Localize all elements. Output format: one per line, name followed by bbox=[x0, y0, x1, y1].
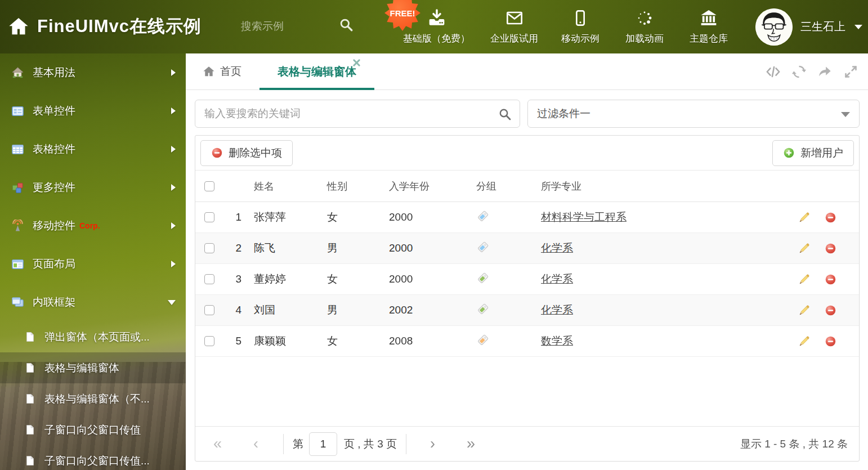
bank-icon bbox=[700, 9, 718, 27]
nav-mobile-demo[interactable]: 移动示例 bbox=[558, 9, 602, 45]
major-link[interactable]: 材料科学与工程系 bbox=[541, 211, 627, 223]
last-page-button[interactable]: » bbox=[467, 436, 475, 451]
sidebar-item-basic-usage[interactable]: 基本用法 bbox=[0, 53, 186, 92]
nav-enterprise-trial[interactable]: 企业版试用 bbox=[490, 9, 538, 45]
pager-divider bbox=[406, 434, 406, 454]
home-icon bbox=[203, 65, 215, 78]
table-row[interactable]: 4 刘国 男 2002 化学系 bbox=[195, 295, 859, 326]
sidebar-subitem-popup-window[interactable]: 弹出窗体（本页面或... bbox=[0, 321, 186, 352]
app-header: FineUIMvc在线示例 FREE! bbox=[0, 0, 868, 53]
nav-loading-animation[interactable]: 加载动画 bbox=[623, 9, 666, 45]
user-menu[interactable]: 三生石上 bbox=[755, 0, 862, 53]
row-checkbox[interactable] bbox=[204, 274, 214, 284]
header-nav: 基础版（免费） 企业版试用 移动示例 bbox=[403, 0, 731, 53]
sidebar-item-form-controls[interactable]: 表单控件 bbox=[0, 92, 186, 130]
form-icon bbox=[11, 105, 24, 118]
row-checkbox[interactable] bbox=[204, 212, 214, 222]
chevron-right-icon bbox=[171, 146, 176, 153]
refresh-icon[interactable] bbox=[791, 64, 807, 79]
sidebar-item-more-controls[interactable]: 更多控件 bbox=[0, 168, 186, 207]
expand-icon[interactable] bbox=[843, 64, 858, 79]
cell-name: 张萍萍 bbox=[246, 210, 319, 225]
chevron-right-icon bbox=[171, 69, 176, 76]
page-number-input[interactable] bbox=[309, 432, 337, 456]
header-search-input[interactable] bbox=[241, 17, 325, 36]
sidebar-item-label: 更多控件 bbox=[33, 180, 75, 195]
delete-icon[interactable] bbox=[825, 212, 836, 223]
tab-home[interactable]: 首页 bbox=[203, 64, 241, 79]
next-page-button[interactable]: › bbox=[430, 436, 435, 451]
edit-icon[interactable] bbox=[798, 335, 810, 347]
sidebar-item-mobile-controls[interactable]: 移动控件 Corp. bbox=[0, 207, 186, 245]
row-number: 3 bbox=[223, 273, 246, 285]
user-avatar bbox=[755, 8, 793, 46]
major-link[interactable]: 数学系 bbox=[541, 335, 573, 347]
row-checkbox[interactable] bbox=[204, 336, 214, 346]
column-header-name[interactable]: 姓名 bbox=[246, 180, 319, 193]
column-header-gender[interactable]: 性别 bbox=[319, 180, 381, 193]
row-checkbox[interactable] bbox=[204, 243, 214, 253]
sidebar-subitem-label: 表格与编辑窗体（不... bbox=[44, 392, 150, 406]
nav-theme-store[interactable]: 主题仓库 bbox=[687, 9, 731, 45]
sidebar-subitem-child-to-parent[interactable]: 子窗口向父窗口传值 bbox=[0, 414, 186, 445]
nav-label: 移动示例 bbox=[561, 32, 599, 45]
select-all-checkbox[interactable] bbox=[204, 181, 214, 191]
sidebar-subitem-child-to-parent-2[interactable]: 子窗口向父窗口传值... bbox=[0, 445, 186, 470]
filter-dropdown[interactable]: 过滤条件一 bbox=[527, 100, 860, 128]
share-icon[interactable] bbox=[817, 64, 833, 79]
delete-icon[interactable] bbox=[825, 305, 836, 316]
table-row[interactable]: 3 董婷婷 女 2000 化学系 bbox=[195, 264, 859, 295]
sidebar-item-label: 表单控件 bbox=[33, 104, 75, 118]
first-page-button[interactable]: « bbox=[213, 436, 222, 451]
table-row[interactable]: 5 康颖颖 女 2008 数学系 bbox=[195, 326, 859, 357]
prev-page-button[interactable]: ‹ bbox=[253, 436, 258, 451]
table-row[interactable]: 2 陈飞 男 2000 化学系 bbox=[195, 233, 859, 264]
column-header-year[interactable]: 入学年份 bbox=[381, 180, 468, 193]
sidebar-item-label: 表格控件 bbox=[33, 142, 75, 156]
home-icon[interactable] bbox=[8, 16, 29, 37]
search-icon[interactable] bbox=[498, 108, 512, 121]
sidebar-subitem-label: 表格与编辑窗体 bbox=[44, 361, 119, 375]
delete-icon[interactable] bbox=[825, 243, 836, 254]
tab-grid-edit-window[interactable]: 表格与编辑窗体 bbox=[259, 53, 374, 90]
sidebar-subitem-grid-edit-window-2[interactable]: 表格与编辑窗体（不... bbox=[0, 383, 186, 414]
sidebar-subitem-label: 子窗口向父窗口传值 bbox=[44, 423, 141, 437]
edit-icon[interactable] bbox=[798, 274, 810, 285]
nav-label: 加载动画 bbox=[625, 32, 664, 45]
table-row[interactable]: 1 张萍萍 女 2000 材料科学与工程系 bbox=[195, 202, 859, 233]
delete-icon[interactable] bbox=[825, 274, 836, 285]
cell-gender: 女 bbox=[319, 210, 381, 225]
add-user-button[interactable]: 新增用户 bbox=[772, 140, 854, 166]
delete-icon[interactable] bbox=[825, 335, 836, 347]
page-icon bbox=[25, 332, 35, 342]
download-icon bbox=[428, 9, 446, 27]
page-icon bbox=[25, 455, 35, 466]
sidebar-item-grid-controls[interactable]: 表格控件 bbox=[0, 130, 186, 168]
column-header-major[interactable]: 所学专业 bbox=[533, 180, 775, 193]
major-link[interactable]: 化学系 bbox=[541, 273, 573, 285]
major-link[interactable]: 化学系 bbox=[541, 304, 573, 316]
row-checkbox[interactable] bbox=[204, 305, 214, 315]
major-link[interactable]: 化学系 bbox=[541, 242, 573, 254]
cell-name: 董婷婷 bbox=[246, 272, 319, 287]
nav-label: 基础版（免费） bbox=[403, 32, 470, 45]
sidebar-subitem-grid-edit-window[interactable]: 表格与编辑窗体 bbox=[0, 352, 186, 383]
column-header-group[interactable]: 分组 bbox=[468, 180, 533, 193]
tab-toolbar bbox=[766, 53, 858, 90]
cell-gender: 男 bbox=[319, 303, 381, 317]
edit-icon[interactable] bbox=[798, 212, 810, 223]
sidebar-item-iframe[interactable]: 内联框架 bbox=[0, 283, 186, 321]
cell-year: 2000 bbox=[381, 211, 468, 223]
edit-icon[interactable] bbox=[798, 243, 810, 254]
free-badge: FREE! bbox=[384, 0, 420, 31]
keyword-search-input[interactable] bbox=[195, 100, 520, 127]
edit-icon[interactable] bbox=[798, 305, 810, 316]
header-search-icon[interactable] bbox=[339, 17, 354, 32]
page-icon bbox=[25, 362, 35, 373]
source-code-icon[interactable] bbox=[766, 64, 781, 79]
filter-dropdown-value: 过滤条件一 bbox=[537, 106, 590, 121]
sidebar-item-page-layout[interactable]: 页面布局 bbox=[0, 245, 186, 283]
pagination-bar: « ‹ 第 页 , 共 3 页 › » 显示 1 - 5 条 , 共 12 条 bbox=[195, 426, 859, 461]
close-icon[interactable] bbox=[352, 59, 361, 67]
delete-selected-button[interactable]: 删除选中项 bbox=[200, 140, 293, 166]
